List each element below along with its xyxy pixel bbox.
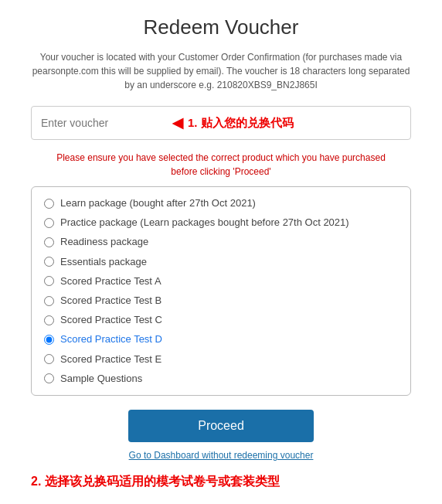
option-label-opt10[interactable]: Sample Questions (60, 372, 142, 386)
product-warning-line2: before clicking 'Proceed' (171, 166, 270, 177)
bottom-annotation-text: 2. 选择该兑换码适用的模考试卷号或套装类型 (31, 473, 280, 490)
options-box: Learn package (bought after 27th Oct 202… (31, 186, 411, 396)
option-item: Scored Practice Test D (44, 332, 398, 346)
option-item: Readiness package (44, 235, 398, 249)
option-radio-opt9[interactable] (44, 354, 54, 364)
option-label-opt7[interactable]: Scored Practice Test C (60, 313, 162, 327)
option-label-opt6[interactable]: Scored Practice Test B (60, 294, 162, 308)
option-item: Essentials package (44, 255, 398, 269)
option-label-opt4[interactable]: Essentials package (60, 255, 147, 269)
option-item: Scored Practice Test B (44, 294, 398, 308)
option-radio-opt6[interactable] (44, 296, 54, 306)
voucher-annotation-text: 1. 贴入您的兑换代码 (188, 116, 294, 131)
voucher-input-wrapper: ◀ 1. 贴入您的兑换代码 (31, 106, 411, 140)
option-item: Scored Practice Test E (44, 352, 398, 366)
arrow-icon: ◀ (172, 114, 183, 131)
option-item: Scored Practice Test C (44, 313, 398, 327)
option-label-opt2[interactable]: Practice package (Learn packages bought … (60, 216, 349, 230)
page-container: Redeem Voucher Your voucher is located w… (0, 0, 442, 498)
product-warning: Please ensure you have selected the corr… (31, 151, 411, 179)
option-item: Practice package (Learn packages bought … (44, 216, 398, 230)
option-radio-opt8[interactable] (44, 335, 54, 345)
option-label-opt3[interactable]: Readiness package (60, 235, 148, 249)
info-text: Your voucher is located with your Custom… (31, 50, 411, 92)
option-item: Sample Questions (44, 372, 398, 386)
proceed-button[interactable]: Proceed (128, 410, 314, 442)
option-label-opt1[interactable]: Learn package (bought after 27th Oct 202… (60, 196, 256, 210)
option-radio-opt3[interactable] (44, 237, 54, 247)
option-item: Scored Practice Test A (44, 274, 398, 288)
product-warning-line1: Please ensure you have selected the corr… (56, 152, 386, 163)
option-radio-opt7[interactable] (44, 315, 54, 325)
option-radio-opt1[interactable] (44, 199, 54, 209)
voucher-annotation: ◀ 1. 贴入您的兑换代码 (172, 114, 294, 131)
voucher-input[interactable] (41, 117, 165, 129)
option-item: Learn package (bought after 27th Oct 202… (44, 196, 398, 210)
option-radio-opt5[interactable] (44, 276, 54, 286)
option-radio-opt2[interactable] (44, 218, 54, 228)
dashboard-link[interactable]: Go to Dashboard without redeeming vouche… (31, 450, 411, 461)
option-label-opt9[interactable]: Scored Practice Test E (60, 352, 162, 366)
option-label-opt5[interactable]: Scored Practice Test A (60, 274, 162, 288)
page-title: Redeem Voucher (31, 15, 411, 39)
option-radio-opt4[interactable] (44, 257, 54, 267)
bottom-annotation: 2. 选择该兑换码适用的模考试卷号或套装类型 (31, 473, 411, 490)
option-label-opt8[interactable]: Scored Practice Test D (60, 332, 162, 346)
option-radio-opt10[interactable] (44, 373, 54, 383)
